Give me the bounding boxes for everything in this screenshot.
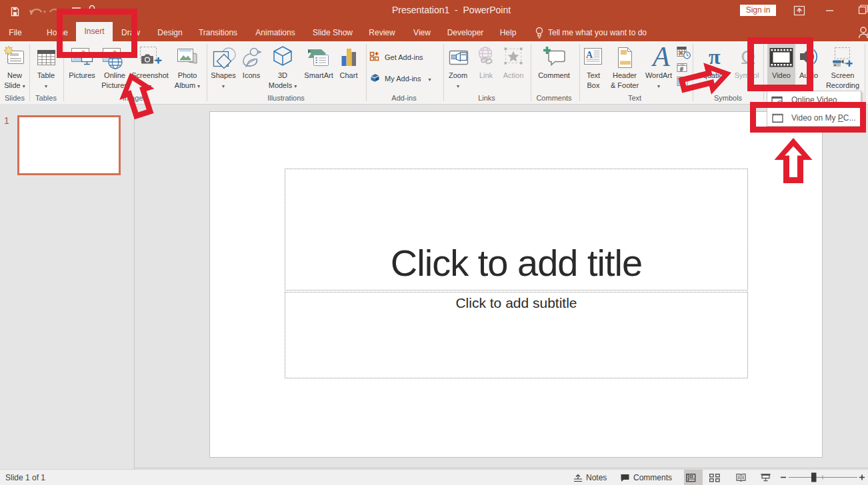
svg-text:Ω: Ω [741, 46, 755, 68]
svg-text:#: # [680, 66, 683, 73]
svg-text:π: π [709, 45, 721, 69]
svg-text:A: A [651, 45, 670, 71]
svg-text:A: A [586, 50, 593, 60]
